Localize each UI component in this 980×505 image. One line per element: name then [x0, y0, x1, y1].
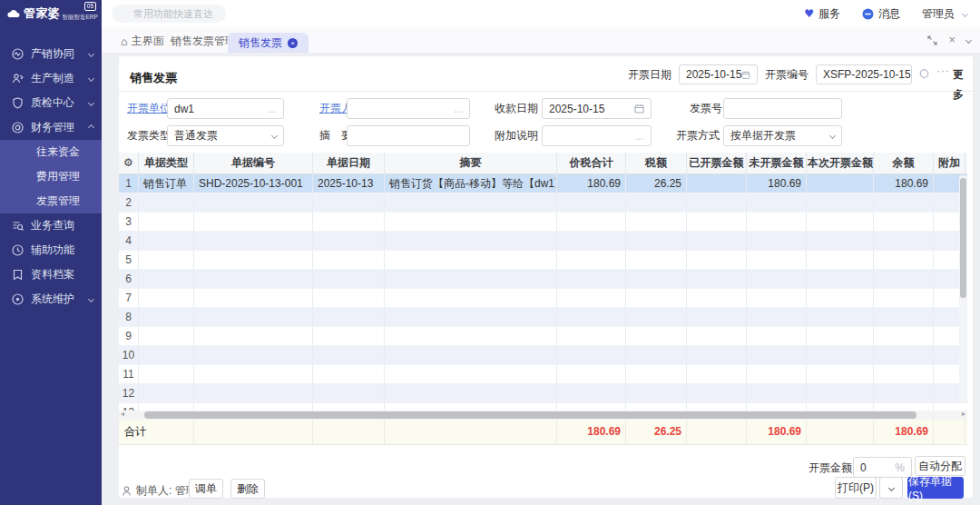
invoice-amount-input[interactable]: 0 % [853, 457, 912, 478]
ellipsis-icon: ... [268, 103, 277, 115]
total-current [807, 420, 874, 444]
table-row-empty[interactable]: 11 [119, 365, 967, 384]
sidebar-item-funds[interactable]: 往来资金 [0, 140, 102, 164]
scroll-left-icon[interactable]: ◂ [121, 410, 124, 418]
sidebar-item-invoice-mgmt[interactable]: 发票管理 [0, 189, 102, 213]
col-header[interactable]: 已开票金额 [687, 153, 747, 173]
save-button[interactable]: 保存单据(S) [907, 477, 964, 499]
billing-unit-input[interactable]: dw1 ... [167, 98, 284, 119]
messages-button[interactable]: 消息 [862, 6, 900, 22]
col-header[interactable]: 余额 [874, 153, 934, 173]
chevron-down-icon [88, 100, 94, 106]
col-header[interactable]: 单据日期 [313, 153, 385, 173]
col-header[interactable]: 未开票金额 [747, 153, 807, 173]
vertical-scrollbar-thumb[interactable] [960, 178, 966, 298]
quick-search-input[interactable] [112, 5, 226, 23]
billing-unit-link[interactable]: 开票单位 [127, 98, 171, 119]
chevron-down-icon[interactable] [965, 36, 972, 43]
col-header[interactable]: 附加 [934, 153, 965, 173]
sidebar-item-label: 财务管理 [31, 120, 74, 135]
summary-input[interactable] [347, 125, 470, 146]
sidebar-item-manufacturing[interactable]: 生产制造 [0, 66, 102, 91]
invoice-date-input[interactable]: 2025-10-15 [679, 64, 758, 84]
sidebar-item-expenses[interactable]: 费用管理 [0, 164, 102, 189]
table-row-empty[interactable]: 6 [119, 270, 967, 289]
sidebar: 管家婆 智能智造ERP 05 产销协同 生产制造 质检中心 财务管理 往来资金 … [0, 0, 102, 505]
chevron-down-icon [829, 133, 836, 139]
delete-button[interactable]: 删除 [230, 479, 265, 499]
sidebar-item-business-query[interactable]: 业务查询 [0, 213, 102, 238]
col-header[interactable]: 摘要 [385, 153, 557, 173]
cell-tax: 26.25 [626, 174, 687, 193]
message-icon [862, 8, 874, 20]
table-total-row: 合计 180.69 26.25 180.69 180.69 [119, 420, 967, 445]
more-button[interactable]: 更多 [953, 64, 973, 104]
invoice-no-input[interactable]: XSFP-2025-10-15-003 [816, 64, 912, 84]
print-button[interactable]: 打印(P) [835, 477, 877, 499]
col-header[interactable]: 单据类型 [139, 153, 194, 173]
maximize-icon[interactable] [927, 35, 937, 45]
vertical-scrollbar[interactable] [959, 175, 967, 402]
sidebar-item-auxiliary[interactable]: 辅助功能 [0, 238, 102, 262]
topbar-actions: ♥ 服务 消息 管理员 [788, 0, 967, 27]
table-row-empty[interactable]: 2 [119, 193, 967, 213]
sidebar-item-label: 质检中心 [31, 95, 74, 111]
tab-home[interactable]: ⌂ 主界面 [121, 34, 164, 49]
col-header[interactable]: 价税合计 [557, 153, 626, 173]
total-balance: 180.69 [874, 420, 934, 444]
sales-invoice-panel: 销售发票 开票日期 2025-10-15 开票编号 XSFP-2025-10-1… [119, 56, 973, 498]
sidebar-item-finance[interactable]: 财务管理 [0, 115, 102, 140]
refresh-icon[interactable]: ○ [919, 66, 928, 79]
drawer-input[interactable]: ... [347, 98, 470, 119]
row-number: 1 [119, 174, 139, 193]
page-title: 销售发票 [130, 70, 177, 86]
sidebar-item-archives[interactable]: 资料档案 [0, 262, 102, 287]
col-header[interactable]: 本次开票金额 [807, 153, 874, 173]
receipt-date-input[interactable]: 2025-10-15 [542, 98, 652, 119]
table-row-empty[interactable]: 3 [119, 213, 967, 232]
sidebar-menu: 产销协同 生产制造 质检中心 财务管理 往来资金 费用管理 发票管理 业务查询 [0, 42, 102, 312]
col-header[interactable]: 税额 [626, 153, 687, 173]
table-row-empty[interactable]: 8 [119, 308, 967, 327]
close-icon[interactable]: × [288, 38, 298, 48]
messages-label: 消息 [878, 6, 900, 22]
note-input[interactable]: ... [542, 125, 652, 146]
table-row-empty[interactable]: 9 [119, 327, 967, 346]
table-row-empty[interactable]: 10 [119, 346, 967, 365]
more-dots-icon[interactable]: ··· [936, 64, 950, 77]
sidebar-item-label: 生产制造 [31, 71, 74, 86]
invoice-type-select[interactable]: 普通发票 [167, 125, 284, 146]
sidebar-item-production-sales[interactable]: 产销协同 [0, 42, 102, 66]
close-icon[interactable]: × [948, 35, 956, 45]
service-button[interactable]: ♥ 服务 [804, 6, 840, 22]
table-row-empty[interactable]: 5 [119, 251, 967, 270]
table-row-empty[interactable]: 12 [119, 384, 967, 403]
shield-icon [12, 97, 24, 109]
chevron-down-icon [271, 133, 278, 139]
scroll-right-icon[interactable]: ▸ [962, 410, 965, 418]
retrieve-button[interactable]: 调单 [189, 479, 223, 499]
invoice-mode-select[interactable]: 按单据开发票 [723, 125, 842, 146]
worker-icon [12, 73, 24, 84]
sidebar-item-system[interactable]: 系统维护 [0, 287, 102, 312]
col-header[interactable]: 单据编号 [194, 153, 313, 173]
invoice-number-input[interactable] [723, 98, 842, 119]
search-list-icon [12, 220, 24, 232]
invoice-number-label: 发票号 [690, 98, 722, 119]
user-menu[interactable]: 管理员 [922, 6, 967, 22]
cell-current-invoice[interactable] [807, 174, 874, 193]
table-row-empty[interactable]: 7 [119, 289, 967, 308]
horizontal-scrollbar-thumb[interactable] [144, 411, 916, 419]
table-row-selected[interactable]: 1 销售订单 SHD-2025-10-13-001 2025-10-13 销售订… [119, 174, 967, 193]
column-settings-gear-icon[interactable]: ⚙ [119, 153, 139, 173]
sidebar-item-quality[interactable]: 质检中心 [0, 91, 102, 115]
percent-icon[interactable]: % [895, 461, 905, 474]
print-dropdown-button[interactable] [879, 477, 903, 499]
tab-sales-invoice-active[interactable]: 销售发票 × [228, 33, 309, 53]
receipt-date-label: 收款日期 [495, 98, 538, 119]
table-row-partial[interactable]: 13 [119, 403, 967, 411]
sidebar-item-label: 业务查询 [31, 218, 74, 233]
horizontal-scrollbar[interactable]: ◂ ▸ [119, 411, 967, 420]
total-tax: 26.25 [626, 420, 687, 444]
table-row-empty[interactable]: 4 [119, 232, 967, 251]
